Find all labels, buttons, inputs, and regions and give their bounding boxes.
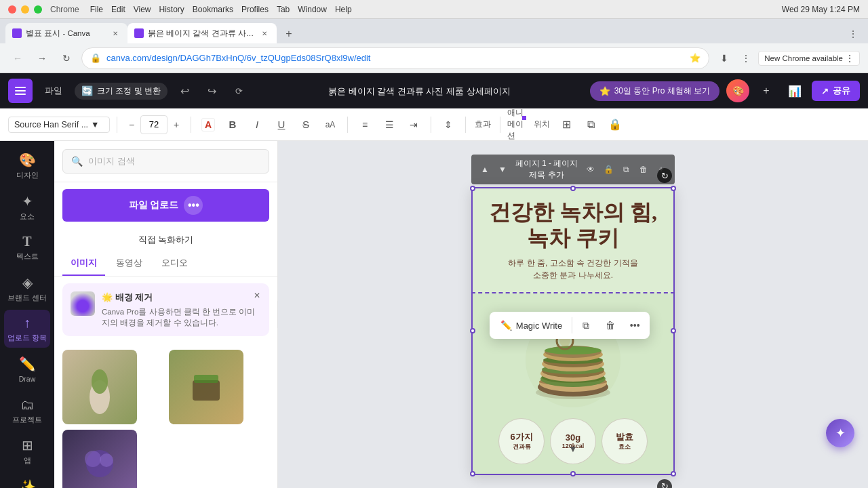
- page1-delete-btn[interactable]: 🗑: [637, 163, 650, 176]
- design-icon: 🎨: [19, 152, 36, 168]
- strikethrough-btn[interactable]: S: [296, 115, 316, 135]
- page1-lock-btn[interactable]: 🔒: [601, 163, 615, 176]
- tab-images[interactable]: 이미지: [62, 251, 105, 276]
- scroll-down-indicator[interactable]: ▼: [568, 443, 578, 454]
- mac-window-controls[interactable]: [8, 5, 42, 14]
- grid-btn[interactable]: ⊞: [556, 115, 576, 135]
- menu-view[interactable]: View: [134, 5, 151, 14]
- tab2-close[interactable]: ✕: [259, 28, 270, 39]
- font-increase-btn[interactable]: +: [169, 117, 184, 132]
- font-decrease-btn[interactable]: −: [124, 117, 139, 132]
- more-options-btn[interactable]: •••: [624, 314, 646, 336]
- svg-point-1: [92, 369, 108, 394]
- rotation-handle-top[interactable]: ↻: [657, 168, 672, 183]
- new-chrome-badge[interactable]: New Chrome available ⋮: [758, 51, 860, 66]
- copy-style-btn[interactable]: ⧉: [575, 314, 597, 336]
- sidebar-item-draw[interactable]: ✏️ Draw: [4, 350, 50, 389]
- user-avatar[interactable]: 🎨: [726, 79, 749, 102]
- italic-btn[interactable]: I: [247, 115, 267, 135]
- back-button[interactable]: ←: [8, 49, 27, 68]
- tab-audio[interactable]: 오디오: [153, 251, 196, 276]
- font-size-input[interactable]: [140, 115, 167, 134]
- menu-help[interactable]: Help: [335, 5, 352, 14]
- sidebar-item-text[interactable]: T 텍스트: [4, 228, 50, 266]
- menu-edit[interactable]: Edit: [111, 5, 125, 14]
- filter-btn[interactable]: ⧉: [580, 115, 601, 135]
- forward-button[interactable]: →: [33, 49, 52, 68]
- case-btn[interactable]: aA: [320, 115, 340, 135]
- chrome-tab-2[interactable]: 붉은 베이지 갈색 견과류 사진 제품 ✕: [127, 23, 277, 43]
- lock-btn[interactable]: 🔒: [605, 115, 625, 135]
- app-name: Chrome: [50, 5, 79, 14]
- page1-copy-btn[interactable]: ⧉: [619, 163, 633, 176]
- canva-canvas-area[interactable]: ▲ ▼ 페이지 1 - 페이지 제목 추가 👁 🔒 ⧉ 🗑 + ↻: [278, 141, 868, 488]
- file-menu-btn[interactable]: 파일: [39, 82, 68, 100]
- menu-window[interactable]: Window: [298, 5, 327, 14]
- delete-element-btn[interactable]: 🗑: [599, 314, 621, 336]
- sidebar-item-design[interactable]: 🎨 디자인: [4, 146, 50, 185]
- magic-write-icon: ✏️: [500, 320, 512, 331]
- maximize-button[interactable]: [34, 5, 42, 14]
- menu-file[interactable]: File: [90, 5, 103, 14]
- magic-write-btn[interactable]: ✏️ Magic Write: [494, 316, 569, 335]
- timer-btn[interactable]: +: [755, 79, 778, 102]
- position-btn[interactable]: 위치: [532, 115, 552, 135]
- avatar-btn[interactable]: 🎨: [726, 79, 749, 102]
- menu-profiles[interactable]: Profiles: [241, 5, 269, 14]
- address-bar[interactable]: 🔒 canva.com/design/DAGGh7BxHnQ/6v_tzQUgp…: [81, 47, 709, 69]
- upload-button[interactable]: 파일 업로드 •••: [62, 189, 269, 222]
- redo-button[interactable]: ↪: [201, 81, 222, 101]
- upload-more-icon[interactable]: •••: [184, 196, 203, 215]
- bg-removal-close-btn[interactable]: ✕: [250, 289, 264, 302]
- page1-down-btn[interactable]: ▼: [496, 163, 509, 176]
- effects-btn[interactable]: 효과: [473, 115, 493, 135]
- chrome-extensions[interactable]: ⋮: [844, 24, 863, 43]
- page1-up-btn[interactable]: ▲: [478, 163, 492, 176]
- share-button[interactable]: ↗ 공유: [812, 81, 860, 101]
- bold-btn[interactable]: B: [222, 115, 243, 135]
- undo-button[interactable]: ↩: [174, 81, 195, 101]
- tab-video[interactable]: 동영상: [108, 251, 151, 276]
- sidebar-item-projects[interactable]: 🗂 프로젝트: [4, 392, 50, 430]
- align-left-btn[interactable]: ≡: [355, 115, 375, 135]
- font-selector[interactable]: Source Han Serif ... ▼: [8, 117, 110, 133]
- canva-main-menu[interactable]: [8, 79, 33, 103]
- search-box[interactable]: 🔍 이미지 검색: [62, 149, 269, 174]
- chrome-menu-button[interactable]: ⋮: [736, 49, 755, 68]
- indent-btn[interactable]: ⇥: [403, 115, 424, 135]
- sidebar-item-upload[interactable]: ↑ 업로드 항목: [4, 310, 50, 348]
- download-button[interactable]: ⬇: [715, 49, 734, 68]
- sidebar-item-apps[interactable]: ⊞ 앱: [4, 432, 50, 470]
- autosave-indicator[interactable]: 🔄 크기 조정 및 변환: [75, 83, 167, 100]
- menu-bookmarks[interactable]: Bookmarks: [193, 5, 233, 14]
- canvas-title-section[interactable]: 건강한 녹차의 힘, 녹차 쿠키 하루 한 줌, 고소함 속 건강한 기적을소중…: [471, 187, 675, 293]
- list-btn[interactable]: ☰: [379, 115, 399, 135]
- menu-history[interactable]: History: [159, 5, 184, 14]
- menu-tab[interactable]: Tab: [277, 5, 290, 14]
- image-thumb-2[interactable]: [169, 350, 243, 424]
- sidebar-item-elements[interactable]: ✦ 요소: [4, 188, 50, 226]
- canvas-main-title[interactable]: 건강한 녹차의 힘, 녹차 쿠키: [484, 199, 663, 251]
- sidebar-item-brand[interactable]: ◈ 브랜드 센터: [4, 269, 50, 308]
- pro-trial-button[interactable]: ⭐ 30일 동안 Pro 체험해 보기: [590, 81, 719, 101]
- text-color-btn[interactable]: A: [198, 115, 218, 135]
- minimize-button[interactable]: [21, 5, 29, 14]
- canva-helper-btn[interactable]: ✦: [826, 419, 854, 447]
- close-button[interactable]: [8, 5, 16, 14]
- system-time: Wed 29 May 1:24 PM: [782, 5, 860, 14]
- analytics-btn[interactable]: 📊: [783, 79, 806, 102]
- image-thumb-3[interactable]: [62, 430, 137, 488]
- sidebar-item-magic[interactable]: ✨ Magic Media: [4, 473, 50, 488]
- underline-btn[interactable]: U: [271, 115, 292, 135]
- page1-eye-btn[interactable]: 👁: [584, 163, 597, 176]
- animate-btn[interactable]: 애니메이션: [507, 115, 528, 135]
- rotation-handle-bottom[interactable]: ↻: [657, 479, 672, 488]
- spacing-btn[interactable]: ⇕: [438, 115, 458, 135]
- reload-button[interactable]: ↻: [57, 49, 76, 68]
- chrome-tab-1[interactable]: 별표 표시 - Canva ✕: [5, 23, 127, 43]
- new-tab-button[interactable]: +: [279, 24, 298, 43]
- history-button[interactable]: ⟳: [229, 81, 249, 101]
- bg-removal-desc: Canva Pro를 사용하면 클릭 한 번으로 이미지의 배경을 제거할 수 …: [102, 306, 261, 328]
- image-thumb-1[interactable]: [62, 350, 137, 424]
- tab1-close[interactable]: ✕: [110, 28, 121, 39]
